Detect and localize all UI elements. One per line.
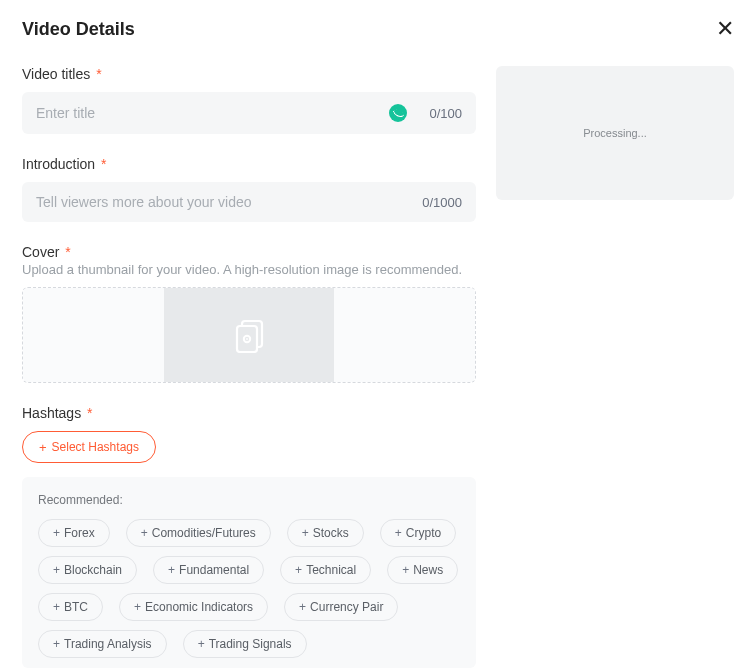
grammarly-icon[interactable] [389,104,407,122]
plus-icon: + [168,563,175,577]
recommended-tag[interactable]: +Forex [38,519,110,547]
video-title-label: Video titles * [22,66,476,82]
tag-label: Stocks [313,526,349,540]
recommended-tag[interactable]: +Stocks [287,519,364,547]
select-hashtags-label: Select Hashtags [52,440,139,454]
recommended-tag[interactable]: +Blockchain [38,556,137,584]
image-icon [234,319,264,351]
plus-icon: + [302,526,309,540]
label-text: Video titles [22,66,90,82]
processing-status: Processing... [583,127,647,139]
recommended-tag[interactable]: +Currency Pair [284,593,398,621]
video-title-field: Video titles * 0/100 [22,66,476,134]
recommended-tag[interactable]: +Trading Analysis [38,630,167,658]
plus-icon: + [53,563,60,577]
required-mark: * [87,405,92,421]
label-text: Introduction [22,156,95,172]
video-title-input[interactable] [36,105,389,121]
cover-upload-area[interactable] [22,287,476,383]
tag-label: BTC [64,600,88,614]
label-text: Cover [22,244,59,260]
video-preview-box: Processing... [496,66,734,200]
tag-label: Comodities/Futures [152,526,256,540]
introduction-input[interactable] [36,194,414,210]
recommended-tag-list: +Forex+Comodities/Futures+Stocks+Crypto+… [38,519,460,658]
recommended-tag[interactable]: +Economic Indicators [119,593,268,621]
required-mark: * [101,156,106,172]
plus-icon: + [299,600,306,614]
cover-helper-text: Upload a thumbnail for your video. A hig… [22,262,476,277]
label-text: Hashtags [22,405,81,421]
video-title-input-wrap[interactable]: 0/100 [22,92,476,134]
recommended-hashtags-box: Recommended: +Forex+Comodities/Futures+S… [22,477,476,668]
required-mark: * [96,66,101,82]
svg-point-3 [246,338,248,340]
page-title: Video Details [22,19,135,40]
required-mark: * [65,244,70,260]
tag-label: News [413,563,443,577]
tag-label: Economic Indicators [145,600,253,614]
close-button[interactable]: ✕ [716,18,734,40]
plus-icon: + [395,526,402,540]
plus-icon: + [134,600,141,614]
tag-label: Trading Signals [209,637,292,651]
recommended-tag[interactable]: +Technical [280,556,371,584]
tag-label: Currency Pair [310,600,383,614]
plus-icon: + [402,563,409,577]
cover-field: Cover * Upload a thumbnail for your vide… [22,244,476,383]
video-title-counter: 0/100 [429,106,462,121]
recommended-tag[interactable]: +Fundamental [153,556,264,584]
plus-icon: + [53,526,60,540]
hashtags-label: Hashtags * [22,405,476,421]
recommended-title: Recommended: [38,493,460,507]
introduction-field: Introduction * 0/1000 [22,156,476,222]
recommended-tag[interactable]: +Trading Signals [183,630,307,658]
cover-side-right [334,288,475,382]
plus-icon: + [53,600,60,614]
cover-side-left [23,288,164,382]
recommended-tag[interactable]: +News [387,556,458,584]
plus-icon: + [53,637,60,651]
introduction-counter: 0/1000 [422,195,462,210]
introduction-label: Introduction * [22,156,476,172]
introduction-input-wrap[interactable]: 0/1000 [22,182,476,222]
tag-label: Fundamental [179,563,249,577]
select-hashtags-button[interactable]: + Select Hashtags [22,431,156,463]
hashtags-field: Hashtags * + Select Hashtags Recommended… [22,405,476,668]
recommended-tag[interactable]: +Crypto [380,519,456,547]
tag-label: Forex [64,526,95,540]
close-icon: ✕ [716,16,734,41]
tag-label: Blockchain [64,563,122,577]
cover-center[interactable] [164,288,334,382]
plus-icon: + [39,441,47,454]
tag-label: Technical [306,563,356,577]
recommended-tag[interactable]: +BTC [38,593,103,621]
plus-icon: + [141,526,148,540]
tag-label: Trading Analysis [64,637,152,651]
cover-label: Cover * [22,244,476,260]
plus-icon: + [295,563,302,577]
recommended-tag[interactable]: +Comodities/Futures [126,519,271,547]
tag-label: Crypto [406,526,441,540]
plus-icon: + [198,637,205,651]
